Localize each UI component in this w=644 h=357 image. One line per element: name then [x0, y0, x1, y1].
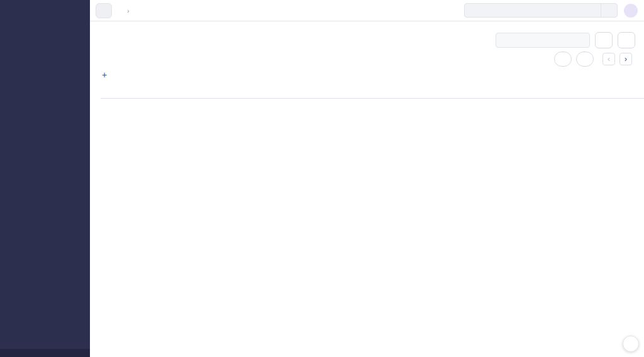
context-search — [496, 33, 590, 48]
global-search — [464, 3, 618, 18]
filter-row: ‹ › — [101, 52, 644, 66]
hamburger-menu-button[interactable] — [96, 3, 112, 18]
header-actions — [496, 32, 635, 48]
next-page-button[interactable]: › — [619, 53, 632, 65]
help-button[interactable] — [623, 336, 639, 352]
table-header — [101, 87, 644, 99]
new-button[interactable] — [595, 32, 613, 48]
sidebar — [0, 0, 90, 357]
content: ‹ › + — [90, 21, 644, 99]
global-search-input[interactable] — [465, 7, 601, 14]
reset-button[interactable] — [576, 52, 594, 67]
search-icon[interactable] — [601, 4, 617, 17]
prev-page-button[interactable]: ‹ — [602, 53, 615, 65]
breadcrumb: › — [121, 7, 136, 14]
user-avatar[interactable] — [624, 4, 638, 18]
filter-right: ‹ › — [554, 52, 636, 67]
topbar-right — [464, 3, 638, 18]
save-view-button[interactable] — [554, 52, 572, 67]
more-actions-button[interactable] — [618, 32, 635, 48]
topbar: › — [90, 0, 644, 21]
main-area: › — [90, 0, 644, 357]
context-search-input[interactable] — [504, 36, 585, 44]
sidebar-bottom-strip — [0, 349, 90, 357]
add-filter-button[interactable]: + — [101, 70, 108, 80]
active-filters-row: + — [101, 69, 644, 80]
divalto-logo — [0, 0, 90, 13]
chevron-right-icon: › — [127, 7, 130, 14]
page-header — [101, 31, 644, 49]
app-root: › — [0, 0, 644, 357]
